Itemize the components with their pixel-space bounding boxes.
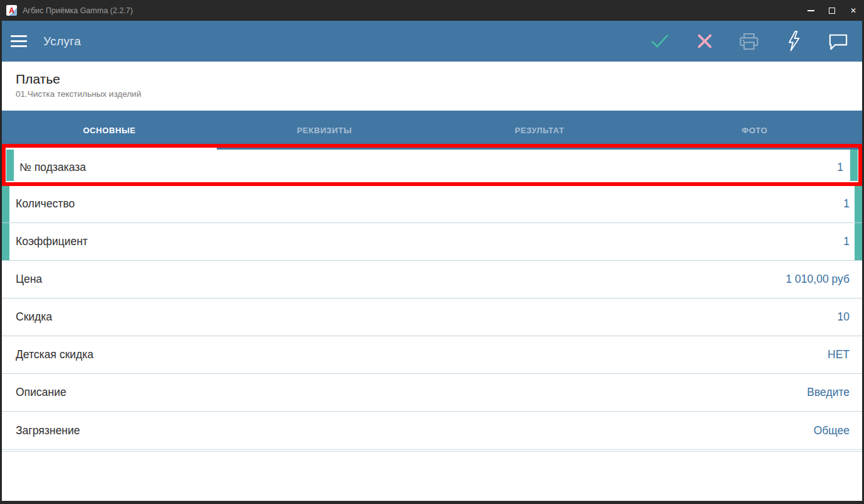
confirm-button[interactable] [649, 29, 670, 54]
maximize-icon [829, 8, 835, 14]
item-category: 01.Чистка текстильных изделий [16, 89, 862, 99]
tab-label: РЕЗУЛЬТАТ [515, 126, 564, 135]
selected-marker-left [2, 223, 9, 260]
field-value: 10 [838, 310, 850, 324]
field-value: 1 010,00 руб [786, 273, 850, 286]
field-value: 1 [837, 161, 843, 174]
selected-marker-right [855, 223, 862, 260]
field-label: Описание [16, 386, 67, 399]
field-label: Количество [16, 197, 75, 211]
field-row-price[interactable]: Цена 1 010,00 руб [2, 261, 862, 299]
selected-marker-left [2, 185, 9, 222]
field-row-discount[interactable]: Скидка 10 [2, 299, 862, 336]
field-label: № подзаказа [19, 161, 86, 174]
field-label: Скидка [16, 310, 52, 324]
tab-label: РЕКВИЗИТЫ [297, 126, 353, 135]
app-logo-letter: A [9, 7, 14, 14]
window-title: Агбис Приёмка Gamma (2.2.7) [23, 6, 133, 15]
field-row-description[interactable]: Описание Введите [2, 374, 862, 412]
field-label: Детская скидка [16, 348, 94, 361]
field-list: № подзаказа 1 Количество 1 Коэффициент 1… [2, 150, 862, 449]
minimize-icon [807, 10, 814, 11]
x-icon [696, 33, 713, 50]
field-label: Цена [16, 273, 42, 286]
field-value: Введите [807, 386, 850, 399]
tab-foto[interactable]: ФОТО [647, 111, 862, 150]
toolbar-actions [649, 29, 862, 54]
hamburger-icon [11, 32, 27, 50]
tab-label: ФОТО [741, 126, 767, 135]
field-value: Общее [814, 424, 850, 437]
close-icon: ✕ [850, 7, 856, 14]
field-value: 1 [843, 197, 850, 211]
tab-rezultat[interactable]: РЕЗУЛЬТАТ [432, 111, 647, 150]
printer-icon [738, 31, 760, 52]
field-row-child-discount[interactable]: Детская скидка НЕТ [2, 336, 862, 374]
field-value: 1 [843, 235, 850, 248]
menu-button[interactable] [2, 21, 36, 62]
field-row-coefficient[interactable]: Коэффициент 1 [2, 223, 862, 261]
quick-action-button[interactable] [783, 29, 804, 54]
app-logo-icon: A [6, 5, 17, 16]
field-row-soiling[interactable]: Загрязнение Общее [2, 412, 862, 449]
tab-label: ОСНОВНЫЕ [83, 126, 136, 135]
app-toolbar: Услуга [2, 21, 862, 62]
field-label: Коэффициент [16, 235, 88, 248]
page-title: Услуга [43, 35, 81, 48]
window-content: Услуга [2, 21, 862, 501]
titlebar: A Агбис Приёмка Gamma (2.2.7) ✕ [0, 0, 864, 21]
field-value: НЕТ [828, 348, 850, 361]
selected-marker-right [855, 185, 862, 222]
selected-marker-left [6, 150, 14, 181]
lightning-icon [785, 30, 802, 52]
tab-rekvizity[interactable]: РЕКВИЗИТЫ [217, 111, 432, 150]
minimize-button[interactable] [800, 0, 821, 21]
app-window: A Агбис Приёмка Gamma (2.2.7) ✕ Услуга [0, 0, 864, 504]
list-end-spacer [2, 449, 862, 501]
print-button[interactable] [738, 29, 760, 54]
window-controls: ✕ [800, 0, 864, 21]
item-name: Платье [16, 70, 862, 87]
item-header: Платье 01.Чистка текстильных изделий [2, 62, 862, 111]
close-button[interactable]: ✕ [843, 0, 864, 21]
tab-osnovnye[interactable]: ОСНОВНЫЕ [2, 111, 217, 150]
cancel-button[interactable] [694, 29, 715, 54]
field-row-quantity[interactable]: Количество 1 [2, 185, 862, 223]
tabbar: ОСНОВНЫЕ РЕКВИЗИТЫ РЕЗУЛЬТАТ ФОТО [2, 111, 862, 150]
comment-button[interactable] [828, 29, 849, 54]
selected-marker-right [850, 150, 858, 181]
field-label: Загрязнение [16, 424, 80, 437]
speech-bubble-icon [828, 32, 849, 51]
maximize-button[interactable] [821, 0, 843, 21]
check-icon [650, 33, 669, 49]
field-row-suborder-number[interactable]: № подзаказа 1 [2, 150, 862, 185]
